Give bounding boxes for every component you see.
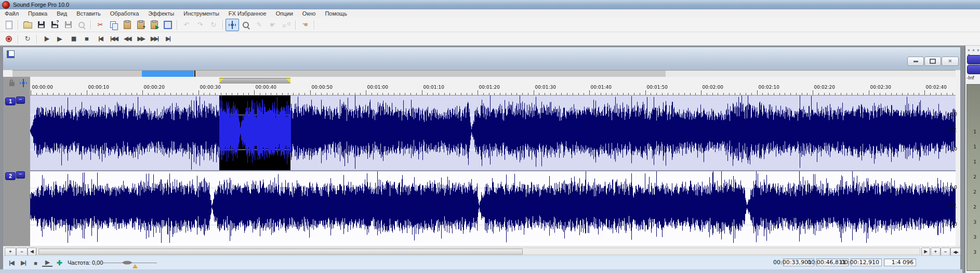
open-icon[interactable] <box>21 19 34 31</box>
new-file-icon[interactable] <box>2 19 16 31</box>
lock-icon <box>9 82 15 86</box>
edit-tool-icon[interactable] <box>226 19 239 31</box>
doc-close-button[interactable]: ✕ <box>942 57 959 66</box>
cut-icon[interactable]: ✂ <box>94 19 107 31</box>
toolbar-separator <box>18 20 19 30</box>
undo-icon[interactable]: ↶ <box>180 19 193 31</box>
channel-1-db-label: -6,0 <box>934 112 957 117</box>
document-icon <box>7 50 15 58</box>
menu-bar: ФайлПравкаВидВставитьОбработкаЭффектыИнс… <box>0 9 980 18</box>
go-to-end-button[interactable]: ▶▶| <box>148 33 161 45</box>
waveform-channel-1[interactable] <box>30 95 956 170</box>
waveform-channel-2[interactable] <box>30 171 956 243</box>
trim-crop-icon[interactable] <box>161 19 175 31</box>
menu-item-3[interactable]: Вид <box>52 10 72 17</box>
menu-item-8[interactable]: FX Избранное <box>224 10 271 17</box>
play-button[interactable]: ▶ <box>53 33 67 45</box>
doc-go-to-start-button[interactable]: |◀ <box>6 258 17 267</box>
doc-maximize-button[interactable] <box>924 57 941 66</box>
title-bar[interactable]: Sound Forge Pro 10.0 <box>0 0 980 10</box>
loop-playback-button[interactable]: ↻ <box>21 33 34 45</box>
app-icon <box>2 1 10 9</box>
envelope-tool-icon[interactable] <box>280 19 293 31</box>
menu-item-4[interactable]: Вставить <box>72 10 105 17</box>
horizontal-scroll-row: + − ◀ ▶ + − ◀▶ <box>3 246 960 256</box>
forward-button[interactable]: ▶▶ <box>134 33 148 45</box>
meter-scale-tick: 3 <box>973 250 976 255</box>
meter-button-2[interactable] <box>967 65 980 74</box>
channel-2-minimize-button[interactable]: − <box>16 171 25 179</box>
event-tool-icon[interactable]: ☛ <box>266 19 280 31</box>
edit-cursor-icon <box>20 79 27 87</box>
scroll-left-arrow[interactable]: ◀ <box>28 248 36 256</box>
channel-1-minimize-button[interactable]: − <box>16 97 25 104</box>
save-icon[interactable] <box>34 19 48 31</box>
selection-length-display[interactable]: 00:00:12,910 <box>851 258 882 266</box>
paste-icon[interactable] <box>121 19 134 31</box>
vu-meter: 111222333 <box>966 84 980 271</box>
rewind-button[interactable]: ◀◀ <box>121 33 134 45</box>
menu-item-5[interactable]: Обработка <box>105 10 143 17</box>
publish-icon[interactable] <box>75 19 88 31</box>
rate-slider[interactable]: ◀◆▶ <box>103 263 157 263</box>
toolbar-separator <box>295 20 296 30</box>
channel-1-db-label: -Inf. <box>934 128 957 133</box>
go-to-start-button[interactable]: |◀ <box>94 33 107 45</box>
menu-item-6[interactable]: Эффекты <box>143 10 179 17</box>
main-toolbar: ?✂+▶↶↷↻✎☛☚ <box>0 18 980 32</box>
menu-item-2[interactable]: Правка <box>23 10 52 17</box>
pause-button[interactable]: ▮▮ <box>67 33 80 45</box>
scrollbar-track[interactable] <box>36 248 920 255</box>
scrollbar-thumb[interactable] <box>38 249 523 255</box>
window-bottom-edge <box>0 269 962 273</box>
toolbar-separator <box>222 20 223 30</box>
doc-play-button[interactable]: ▶ <box>42 258 52 267</box>
pencil-tool-icon[interactable]: ✎ <box>253 19 266 31</box>
scroll-right-arrow[interactable]: ▶ <box>921 248 930 256</box>
doc-plugin-chain-button[interactable]: ✚ <box>54 258 64 267</box>
channel-2-db-label: -6,0 <box>934 185 957 190</box>
horizontal-zoom-out-button[interactable]: − <box>941 248 950 256</box>
magnify-tool-icon[interactable] <box>239 19 253 31</box>
meter-peak-label: -Inf <box>966 75 974 80</box>
play-all-button[interactable]: |▶ <box>39 33 53 45</box>
rewind-all-button[interactable]: |◀◀ <box>107 33 121 45</box>
paste-to-new-icon[interactable]: ▶ <box>148 19 161 31</box>
save-as-icon[interactable]: ? <box>48 19 61 31</box>
channel-2-badge[interactable]: 2 <box>5 172 16 180</box>
loop-region-bar[interactable] <box>219 78 290 84</box>
toolbar-separator <box>314 20 315 30</box>
next-marker-button[interactable]: ▶| <box>161 33 175 45</box>
zoom-ratio-display[interactable]: 1:4 096 <box>884 258 916 266</box>
zoom-fit-button[interactable]: ◀▶ <box>950 248 961 256</box>
menu-item-10[interactable]: Окно <box>298 10 321 17</box>
whats-this-help-icon[interactable]: ☚ <box>298 19 312 31</box>
document-title-bar[interactable]: ✕ <box>3 47 960 70</box>
record-button[interactable] <box>2 33 16 45</box>
vertical-zoom-in-button[interactable]: + <box>5 248 16 256</box>
stop-button[interactable]: ■ <box>80 33 94 45</box>
doc-go-to-end-button[interactable]: ▶| <box>18 258 29 267</box>
horizontal-zoom-in-button[interactable]: + <box>931 248 941 256</box>
copy-icon[interactable] <box>107 19 121 31</box>
menu-item-1[interactable]: Файл <box>0 10 23 17</box>
time-ruler-canvas[interactable] <box>30 77 956 95</box>
channel-1-badge[interactable]: 1 <box>5 98 16 105</box>
render-as-icon[interactable] <box>61 19 75 31</box>
meter-scale-tick: 3 <box>973 235 976 240</box>
repeat-icon[interactable]: ↻ <box>207 19 220 31</box>
meter-button-1[interactable] <box>967 55 980 64</box>
time-ruler[interactable] <box>30 77 956 95</box>
rate-slider-handle[interactable]: ◀◆▶ <box>122 259 131 266</box>
document-status-bar: Частота: 0,00 ◀◆▶ 00:00:33,901 00:00:46,… <box>3 255 960 270</box>
doc-stop-button[interactable]: ■ <box>30 258 41 267</box>
vertical-zoom-out-button[interactable]: − <box>16 248 28 256</box>
menu-item-9[interactable]: Опции <box>271 10 298 17</box>
doc-minimize-button[interactable] <box>907 57 924 66</box>
menu-item-7[interactable]: Инструменты <box>179 10 224 17</box>
redo-icon[interactable]: ↷ <box>193 19 207 31</box>
meter-scale-tick: 1 <box>973 144 976 149</box>
window-title: Sound Forge Pro 10.0 <box>13 2 69 8</box>
menu-item-11[interactable]: Помощь <box>320 10 352 17</box>
mix-icon[interactable]: + <box>134 19 148 31</box>
